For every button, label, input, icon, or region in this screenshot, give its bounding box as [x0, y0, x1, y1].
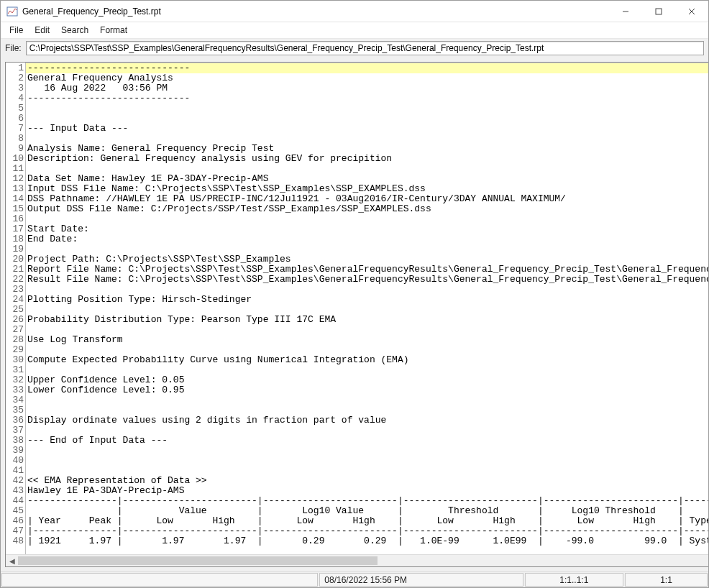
line-number: 2	[6, 73, 25, 83]
code-line[interactable]	[26, 244, 709, 254]
line-number: 9	[6, 144, 25, 154]
line-number: 33	[6, 385, 25, 395]
line-number: 26	[6, 315, 25, 325]
line-number: 28	[6, 335, 25, 345]
code-line[interactable]	[26, 456, 709, 466]
status-ratio: 1:1	[625, 573, 708, 587]
code-line[interactable]: | Value | Log10 Value | Threshold | Log1…	[26, 506, 709, 516]
line-number: 3	[6, 83, 25, 93]
code-line[interactable]: Use Log Transform	[26, 335, 709, 345]
line-number: 18	[6, 234, 25, 244]
menu-edit[interactable]: Edit	[29, 24, 55, 37]
line-number: 10	[6, 154, 25, 164]
line-gutter: 1234567891011121314151617181920212223242…	[6, 63, 26, 554]
menu-format[interactable]: Format	[94, 24, 133, 37]
line-number: 6	[6, 114, 25, 124]
code-line[interactable]: Result File Name: C:\Projects\SSP\Test\S…	[26, 275, 709, 285]
menubar: File Edit Search Format	[1, 22, 708, 39]
text-editor[interactable]: -----------------------------General Fre…	[26, 63, 709, 554]
menu-search[interactable]: Search	[55, 24, 94, 37]
code-line[interactable]	[26, 104, 709, 114]
code-line[interactable]: ----------------|-----------------------…	[26, 496, 709, 506]
code-line[interactable]: Compute Expected Probability Curve using…	[26, 355, 709, 365]
code-line[interactable]: | Year Peak | Low High | Low High | Low …	[26, 516, 709, 526]
scroll-left-arrow[interactable]: ◀	[6, 555, 18, 566]
code-line[interactable]	[26, 325, 709, 335]
line-number: 32	[6, 375, 25, 385]
code-line[interactable]	[26, 164, 709, 174]
line-number: 1	[6, 63, 25, 73]
code-line[interactable]: Report File Name: C:\Projects\SSP\Test\S…	[26, 265, 709, 275]
code-line[interactable]: Upper Confidence Level: 0.05	[26, 375, 709, 385]
line-number: 37	[6, 426, 25, 436]
line-number: 22	[6, 275, 25, 285]
maximize-button[interactable]	[642, 1, 675, 22]
menu-file[interactable]: File	[4, 24, 29, 37]
code-line[interactable]: Input DSS File Name: C:\Projects\SSP\Tes…	[26, 184, 709, 194]
code-line[interactable]: Description: General Frequency analysis …	[26, 154, 709, 164]
code-line[interactable]: | 1921 1.97 | 1.97 1.97 | 0.29 0.29 | 1.…	[26, 536, 709, 546]
code-line[interactable]: Project Path: C:\Projects\SSP\Test\SSP_E…	[26, 254, 709, 265]
line-number: 39	[6, 446, 25, 456]
code-line[interactable]	[26, 114, 709, 124]
horizontal-scrollbar[interactable]: ◀ ▶	[6, 554, 709, 566]
code-line[interactable]: General Frequency Analysis	[26, 73, 709, 83]
code-line[interactable]: Lower Confidence Level: 0.95	[26, 385, 709, 395]
line-number: 19	[6, 244, 25, 254]
close-button[interactable]	[675, 1, 708, 22]
code-line[interactable]: Start Date:	[26, 224, 709, 234]
line-number: 43	[6, 486, 25, 496]
code-line[interactable]: |---------------|-----------------------…	[26, 526, 709, 536]
code-line[interactable]: -----------------------------	[26, 63, 709, 73]
code-line[interactable]	[26, 345, 709, 355]
horizontal-scroll-thumb[interactable]	[18, 556, 378, 565]
code-line[interactable]	[26, 426, 709, 436]
code-line[interactable]: 16 Aug 2022 03:56 PM	[26, 83, 709, 93]
minimize-button[interactable]	[609, 1, 642, 22]
code-line[interactable]: Output DSS File Name: C:/Projects/SSP/Te…	[26, 204, 709, 214]
code-line[interactable]	[26, 405, 709, 415]
code-line[interactable]: Display ordinate values using 2 digits i…	[26, 415, 709, 426]
code-line[interactable]	[26, 285, 709, 295]
line-number: 20	[6, 254, 25, 265]
line-number: 21	[6, 265, 25, 275]
svg-rect-0	[7, 7, 17, 16]
code-line[interactable]	[26, 365, 709, 375]
code-line[interactable]: End Date:	[26, 234, 709, 244]
code-line[interactable]: DSS Pathname: //HAWLEY 1E PA US/PRECIP-I…	[26, 194, 709, 204]
code-line[interactable]: Data Set Name: Hawley 1E PA-3DAY-Precip-…	[26, 174, 709, 184]
code-line[interactable]	[26, 395, 709, 405]
line-number: 23	[6, 285, 25, 295]
line-number: 5	[6, 104, 25, 114]
line-number: 45	[6, 506, 25, 516]
code-line[interactable]: << EMA Representation of Data >>	[26, 476, 709, 486]
editor-frame: 1234567891011121314151617181920212223242…	[5, 62, 709, 567]
file-row: File:	[1, 39, 708, 58]
line-number: 12	[6, 174, 25, 184]
window-title: General_Frequency_Precip_Test.rpt	[22, 6, 161, 17]
line-number: 29	[6, 345, 25, 355]
code-line[interactable]: Hawley 1E PA-3DAY-Precip-AMS	[26, 486, 709, 496]
code-line[interactable]: Plotting Position Type: Hirsch-Stedinger	[26, 295, 709, 305]
file-path-input[interactable]	[26, 41, 704, 55]
code-line[interactable]	[26, 446, 709, 456]
code-line[interactable]	[26, 214, 709, 224]
code-line[interactable]	[26, 466, 709, 476]
code-line[interactable]: --- End of Input Data ---	[26, 436, 709, 446]
code-line[interactable]: Probability Distribution Type: Pearson T…	[26, 315, 709, 325]
line-number: 31	[6, 365, 25, 375]
code-line[interactable]: Analysis Name: General Frequency Precip …	[26, 144, 709, 154]
file-label: File:	[5, 43, 22, 53]
line-number: 24	[6, 295, 25, 305]
line-number: 27	[6, 325, 25, 335]
line-number: 35	[6, 405, 25, 415]
code-line[interactable]	[26, 305, 709, 315]
line-number: 40	[6, 456, 25, 466]
line-number: 8	[6, 134, 25, 144]
code-line[interactable]: --- Input Data ---	[26, 124, 709, 134]
code-line[interactable]	[26, 134, 709, 144]
line-number: 11	[6, 164, 25, 174]
code-line[interactable]: -----------------------------	[26, 93, 709, 104]
titlebar: General_Frequency_Precip_Test.rpt	[1, 1, 708, 22]
line-number: 17	[6, 224, 25, 234]
